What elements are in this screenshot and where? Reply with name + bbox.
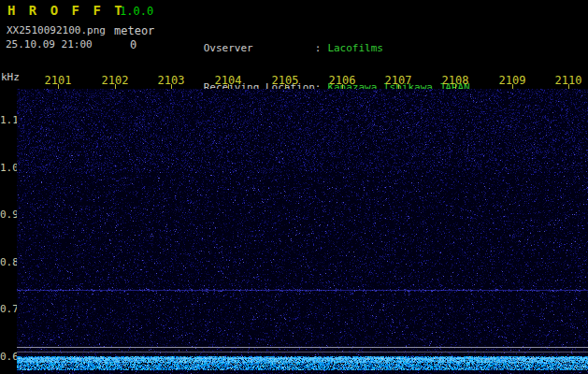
timestamp: 25.10.09 21:00 (6, 38, 93, 50)
y-axis-label: 0.9 (0, 209, 15, 221)
y-axis-label: 1.0 (0, 162, 15, 174)
y-axis-label: 0.6 (0, 351, 15, 363)
info-separator: : (315, 42, 322, 54)
y-axis-label: 0.8 (0, 256, 15, 268)
hrofft-screen: H R O F F T 1.0.0 XX2510092100.png meteo… (0, 0, 588, 374)
app-title: H R O F F T (7, 3, 125, 18)
meteor-label: meteor (114, 24, 154, 37)
info-label: Ovserver (204, 42, 315, 55)
info-value: Lacofilms (327, 42, 383, 54)
output-filename: XX2510092100.png (7, 24, 106, 36)
info-row-observer: Ovserver:Lacofilms (166, 29, 470, 42)
y-axis-label: 1.1 (0, 114, 15, 126)
y-axis-label: 0.7 (0, 303, 15, 315)
app-version: 1.0.0 (120, 5, 153, 18)
y-axis-unit: kHz (1, 71, 20, 83)
spectrogram-canvas (17, 89, 588, 374)
meteor-count: 0 (130, 38, 136, 51)
